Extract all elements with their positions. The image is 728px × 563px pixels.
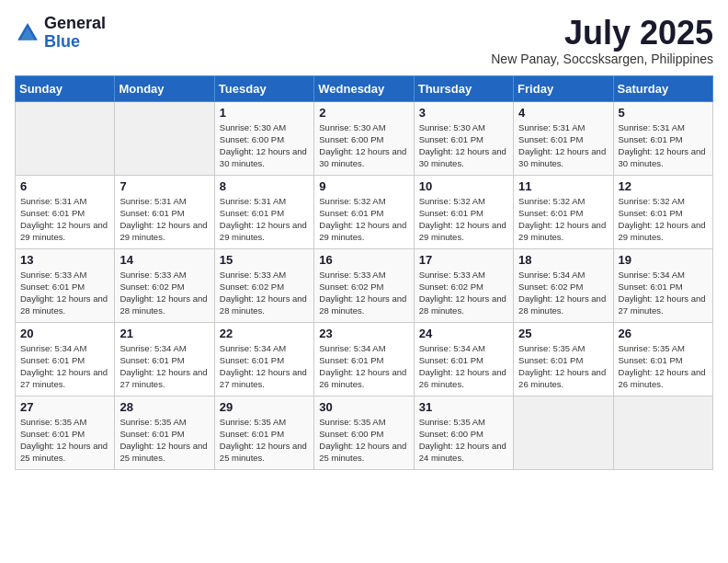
logo: General Blue (15, 15, 106, 52)
cell-info: Sunrise: 5:33 AM Sunset: 6:02 PM Dayligh… (419, 269, 508, 317)
calendar-cell: 6Sunrise: 5:31 AM Sunset: 6:01 PM Daylig… (16, 175, 115, 248)
calendar-cell: 8Sunrise: 5:31 AM Sunset: 6:01 PM Daylig… (214, 175, 313, 248)
cell-info: Sunrise: 5:32 AM Sunset: 6:01 PM Dayligh… (518, 195, 608, 244)
cell-day-number: 13 (20, 253, 109, 267)
cell-info: Sunrise: 5:30 AM Sunset: 6:00 PM Dayligh… (319, 121, 408, 170)
calendar-cell: 16Sunrise: 5:33 AM Sunset: 6:02 PM Dayli… (314, 248, 414, 322)
calendar-cell: 24Sunrise: 5:34 AM Sunset: 6:01 PM Dayli… (414, 322, 513, 396)
cell-info: Sunrise: 5:31 AM Sunset: 6:01 PM Dayligh… (518, 121, 608, 170)
cell-info: Sunrise: 5:35 AM Sunset: 6:00 PM Dayligh… (319, 416, 408, 465)
header-day: Sunday (16, 75, 115, 101)
cell-day-number: 8 (220, 179, 309, 193)
cell-info: Sunrise: 5:34 AM Sunset: 6:02 PM Dayligh… (518, 269, 608, 317)
cell-day-number: 23 (319, 327, 408, 340)
calendar-cell: 28Sunrise: 5:35 AM Sunset: 6:01 PM Dayli… (115, 396, 214, 469)
cell-day-number: 4 (518, 106, 608, 120)
calendar-cell: 20Sunrise: 5:34 AM Sunset: 6:01 PM Dayli… (16, 322, 115, 396)
cell-day-number: 26 (619, 327, 708, 340)
cell-day-number: 21 (119, 327, 209, 340)
logo-blue: Blue (44, 33, 106, 52)
calendar-cell: 19Sunrise: 5:34 AM Sunset: 6:01 PM Dayli… (613, 248, 712, 322)
calendar-cell: 5Sunrise: 5:31 AM Sunset: 6:01 PM Daylig… (613, 101, 712, 175)
header-day: Thursday (414, 75, 513, 101)
cell-info: Sunrise: 5:33 AM Sunset: 6:01 PM Dayligh… (20, 269, 109, 317)
calendar-cell: 3Sunrise: 5:30 AM Sunset: 6:01 PM Daylig… (414, 101, 513, 175)
cell-info: Sunrise: 5:30 AM Sunset: 6:01 PM Dayligh… (419, 121, 508, 170)
calendar-cell: 17Sunrise: 5:33 AM Sunset: 6:02 PM Dayli… (414, 248, 513, 322)
cell-day-number: 11 (518, 179, 608, 193)
month-year: July 2025 (491, 15, 713, 52)
cell-day-number: 19 (619, 253, 708, 267)
header-day: Tuesday (214, 75, 313, 101)
location: New Panay, Soccsksargen, Philippines (491, 52, 713, 66)
logo-icon (15, 20, 40, 46)
cell-info: Sunrise: 5:34 AM Sunset: 6:01 PM Dayligh… (20, 342, 109, 391)
cell-day-number: 9 (319, 179, 408, 193)
cell-day-number: 24 (419, 327, 508, 340)
calendar-cell (16, 101, 115, 175)
calendar-cell: 30Sunrise: 5:35 AM Sunset: 6:00 PM Dayli… (314, 396, 414, 469)
cell-info: Sunrise: 5:35 AM Sunset: 6:01 PM Dayligh… (220, 416, 309, 465)
calendar-cell: 26Sunrise: 5:35 AM Sunset: 6:01 PM Dayli… (613, 322, 712, 396)
cell-day-number: 10 (419, 179, 508, 193)
cell-info: Sunrise: 5:34 AM Sunset: 6:01 PM Dayligh… (319, 342, 408, 391)
calendar-cell: 10Sunrise: 5:32 AM Sunset: 6:01 PM Dayli… (414, 175, 513, 248)
cell-day-number: 25 (518, 327, 608, 340)
cell-info: Sunrise: 5:33 AM Sunset: 6:02 PM Dayligh… (319, 269, 408, 317)
header-day: Monday (115, 75, 214, 101)
cell-day-number: 28 (119, 400, 209, 414)
calendar-cell: 2Sunrise: 5:30 AM Sunset: 6:00 PM Daylig… (314, 101, 414, 175)
calendar-cell: 15Sunrise: 5:33 AM Sunset: 6:02 PM Dayli… (214, 248, 313, 322)
calendar-cell: 27Sunrise: 5:35 AM Sunset: 6:01 PM Dayli… (16, 396, 115, 469)
calendar-cell: 11Sunrise: 5:32 AM Sunset: 6:01 PM Dayli… (514, 175, 613, 248)
cell-day-number: 30 (319, 400, 408, 414)
cell-day-number: 12 (619, 179, 708, 193)
calendar-table: SundayMondayTuesdayWednesdayThursdayFrid… (15, 75, 713, 470)
cell-day-number: 22 (220, 327, 309, 340)
calendar-cell: 1Sunrise: 5:30 AM Sunset: 6:00 PM Daylig… (214, 101, 313, 175)
logo-text: General Blue (44, 15, 106, 52)
cell-info: Sunrise: 5:32 AM Sunset: 6:01 PM Dayligh… (619, 195, 708, 244)
calendar-cell (613, 396, 712, 469)
cell-info: Sunrise: 5:32 AM Sunset: 6:01 PM Dayligh… (419, 195, 508, 244)
cell-info: Sunrise: 5:35 AM Sunset: 6:00 PM Dayligh… (419, 416, 508, 465)
cell-day-number: 14 (119, 253, 209, 267)
cell-info: Sunrise: 5:31 AM Sunset: 6:01 PM Dayligh… (119, 195, 209, 244)
cell-info: Sunrise: 5:31 AM Sunset: 6:01 PM Dayligh… (220, 195, 309, 244)
cell-info: Sunrise: 5:34 AM Sunset: 6:01 PM Dayligh… (419, 342, 508, 391)
calendar-cell: 9Sunrise: 5:32 AM Sunset: 6:01 PM Daylig… (314, 175, 414, 248)
calendar-cell (514, 396, 613, 469)
cell-day-number: 7 (119, 179, 209, 193)
calendar-cell: 21Sunrise: 5:34 AM Sunset: 6:01 PM Dayli… (115, 322, 214, 396)
calendar-cell: 29Sunrise: 5:35 AM Sunset: 6:01 PM Dayli… (214, 396, 313, 469)
cell-info: Sunrise: 5:35 AM Sunset: 6:01 PM Dayligh… (20, 416, 109, 465)
calendar-cell: 18Sunrise: 5:34 AM Sunset: 6:02 PM Dayli… (514, 248, 613, 322)
calendar-row: 1Sunrise: 5:30 AM Sunset: 6:00 PM Daylig… (16, 101, 713, 175)
calendar-row: 27Sunrise: 5:35 AM Sunset: 6:01 PM Dayli… (16, 396, 713, 469)
cell-day-number: 5 (619, 106, 708, 120)
calendar-cell: 23Sunrise: 5:34 AM Sunset: 6:01 PM Dayli… (314, 322, 414, 396)
cell-info: Sunrise: 5:34 AM Sunset: 6:01 PM Dayligh… (119, 342, 209, 391)
calendar-cell: 14Sunrise: 5:33 AM Sunset: 6:02 PM Dayli… (115, 248, 214, 322)
cell-info: Sunrise: 5:31 AM Sunset: 6:01 PM Dayligh… (619, 121, 708, 170)
calendar-cell: 7Sunrise: 5:31 AM Sunset: 6:01 PM Daylig… (115, 175, 214, 248)
title-block: July 2025 New Panay, Soccsksargen, Phili… (491, 15, 713, 66)
calendar-header: SundayMondayTuesdayWednesdayThursdayFrid… (16, 75, 713, 101)
cell-info: Sunrise: 5:35 AM Sunset: 6:01 PM Dayligh… (119, 416, 209, 465)
cell-day-number: 1 (220, 106, 309, 120)
calendar-row: 6Sunrise: 5:31 AM Sunset: 6:01 PM Daylig… (16, 175, 713, 248)
header-day: Friday (514, 75, 613, 101)
cell-info: Sunrise: 5:34 AM Sunset: 6:01 PM Dayligh… (619, 269, 708, 317)
cell-day-number: 20 (20, 327, 109, 340)
cell-day-number: 17 (419, 253, 508, 267)
cell-info: Sunrise: 5:31 AM Sunset: 6:01 PM Dayligh… (20, 195, 109, 244)
calendar-row: 13Sunrise: 5:33 AM Sunset: 6:01 PM Dayli… (16, 248, 713, 322)
cell-info: Sunrise: 5:30 AM Sunset: 6:00 PM Dayligh… (220, 121, 309, 170)
cell-day-number: 16 (319, 253, 408, 267)
cell-day-number: 31 (419, 400, 508, 414)
header-day: Wednesday (314, 75, 414, 101)
calendar-cell: 31Sunrise: 5:35 AM Sunset: 6:00 PM Dayli… (414, 396, 513, 469)
cell-info: Sunrise: 5:35 AM Sunset: 6:01 PM Dayligh… (619, 342, 708, 391)
cell-info: Sunrise: 5:34 AM Sunset: 6:01 PM Dayligh… (220, 342, 309, 391)
cell-day-number: 18 (518, 253, 608, 267)
